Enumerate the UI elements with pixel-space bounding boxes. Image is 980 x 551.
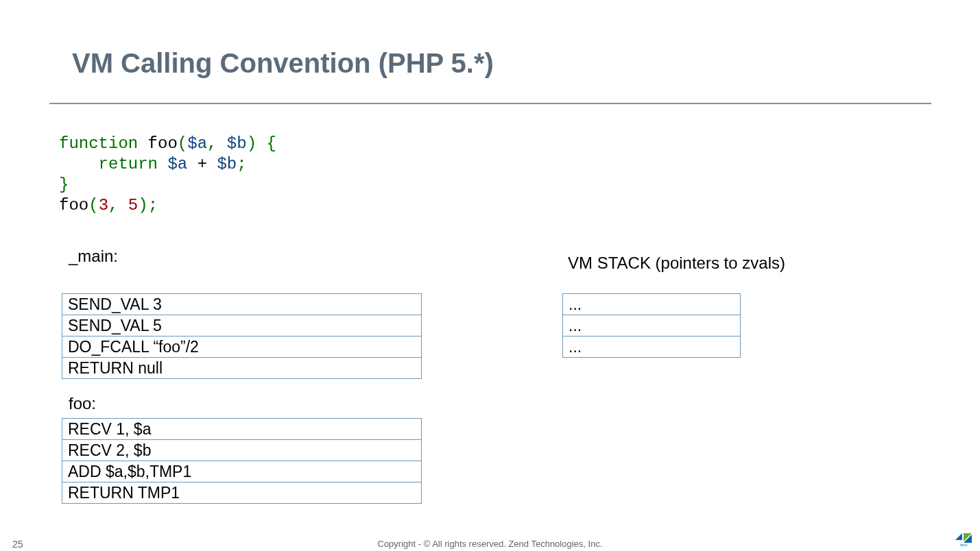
foo-opcodes-table: RECV 1, $a RECV 2, $b ADD $a,$b,TMP1 RET…: [62, 418, 422, 504]
label-vm-stack: VM STACK (pointers to zvals): [568, 254, 785, 273]
opcode-cell: RECV 2, $b: [62, 440, 422, 461]
semicolon: ;: [237, 155, 246, 173]
opcode-cell: RECV 1, $a: [62, 419, 422, 440]
comma: ,: [207, 134, 227, 153]
paren-open: (: [178, 134, 187, 153]
brace-close: }: [59, 175, 69, 194]
table-row: SEND_VAL 3: [62, 294, 422, 315]
keyword-return: return: [99, 155, 158, 173]
keyword-function: function: [59, 134, 138, 153]
var-b2: $b: [217, 155, 237, 173]
slide-title: VM Calling Convention (PHP 5.*): [72, 48, 494, 79]
call-name: foo: [59, 196, 88, 215]
svg-marker-0: [955, 533, 962, 540]
num-3: 3: [99, 196, 108, 215]
table-row: RECV 2, $b: [62, 440, 422, 461]
opcode-cell: DO_FCALL “foo”/2: [62, 336, 422, 358]
stack-cell: ...: [563, 315, 741, 336]
indent: [59, 155, 99, 173]
code-sample: function foo($a, $b) { return $a + $b; }…: [59, 134, 276, 216]
table-row: RECV 1, $a: [62, 419, 422, 440]
table-row: SEND_VAL 5: [62, 315, 422, 336]
paren-close-brace: ) {: [247, 134, 276, 153]
label-main: _main:: [69, 247, 118, 266]
title-underline: [49, 103, 931, 104]
table-row: ...: [563, 336, 741, 358]
opcode-cell: ADD $a,$b,TMP1: [62, 461, 422, 482]
opcode-cell: SEND_VAL 5: [62, 315, 422, 336]
main-opcodes-table: SEND_VAL 3 SEND_VAL 5 DO_FCALL “foo”/2 R…: [62, 293, 422, 379]
vm-stack-table: ... ... ...: [562, 293, 741, 358]
stack-cell: ...: [563, 336, 741, 358]
opcode-cell: RETURN TMP1: [62, 482, 422, 504]
table-row: RETURN TMP1: [62, 482, 422, 504]
copyright-footer: Copyright - © All rights reserved. Zend …: [0, 539, 980, 549]
var-b: $b: [227, 134, 247, 153]
space: [158, 155, 167, 173]
zend-logo-icon: zend: [955, 533, 972, 547]
opcode-cell: SEND_VAL 3: [62, 294, 422, 315]
stack-cell: ...: [563, 294, 741, 315]
plus: +: [187, 155, 217, 173]
call-open: (: [88, 196, 98, 215]
call-close: );: [138, 196, 158, 215]
table-row: DO_FCALL “foo”/2: [62, 336, 422, 358]
fn-name: foo: [138, 134, 178, 153]
num-5: 5: [128, 196, 138, 215]
opcode-cell: RETURN null: [62, 358, 422, 379]
label-foo: foo:: [69, 394, 96, 413]
table-row: ...: [563, 315, 741, 336]
var-a2: $a: [167, 155, 187, 173]
call-comma: ,: [108, 196, 128, 215]
table-row: ADD $a,$b,TMP1: [62, 461, 422, 482]
var-a: $a: [187, 134, 207, 153]
svg-text:zend: zend: [960, 543, 968, 547]
table-row: RETURN null: [62, 358, 422, 379]
table-row: ...: [563, 294, 741, 315]
